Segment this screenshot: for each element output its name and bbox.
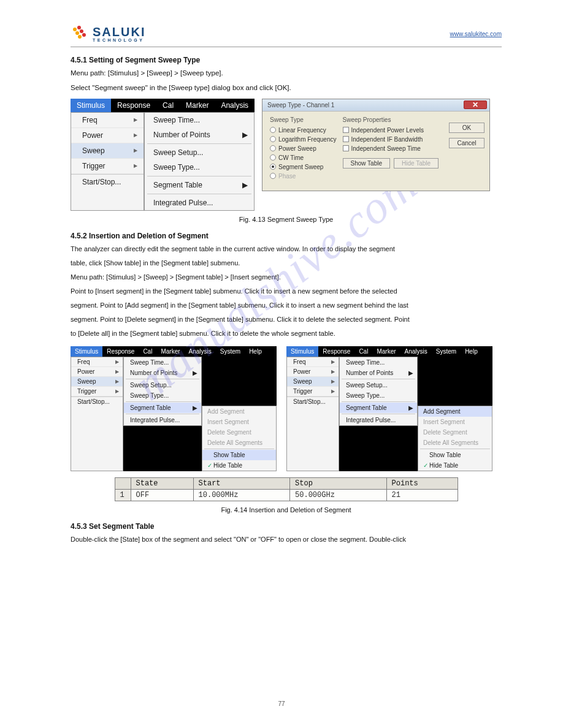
- segment-table-submenu: Add Segment Insert Segment Delete Segmen…: [418, 406, 492, 471]
- menu-item-segmenttable[interactable]: Segment Table▶: [340, 403, 417, 413]
- menu-item-sweeptype[interactable]: Sweep Type...: [145, 160, 254, 175]
- cell-state[interactable]: OFF: [131, 489, 193, 501]
- radio-log[interactable]: Logarithm Frequency: [270, 136, 337, 143]
- menubar-item-help[interactable]: Help: [461, 346, 482, 357]
- menu-item-trigger[interactable]: Trigger▶: [71, 387, 123, 396]
- menubar-item-help[interactable]: Help: [245, 346, 266, 357]
- close-icon[interactable]: ✕: [464, 100, 487, 109]
- s2-line-1: table, click [Show table] in the [Segmen…: [71, 258, 502, 268]
- check-power[interactable]: Independent Power Levels: [343, 127, 439, 134]
- col-start: Start: [193, 477, 290, 489]
- stimulus-dropdown: Freq▶ Power▶ Sweep▶ Trigger▶ Start/Stop.…: [71, 112, 144, 211]
- menu-item-sweepsetup[interactable]: Sweep Setup...: [340, 380, 417, 390]
- menu-item-segmenttable[interactable]: Segment Table▶: [124, 403, 201, 413]
- menu-item-trigger[interactable]: Trigger▶: [71, 159, 144, 174]
- menu-item-power[interactable]: Power▶: [287, 367, 339, 377]
- section-452-title: 4.5.2 Insertion and Deletion of Segment: [71, 232, 502, 240]
- menu-item-trigger[interactable]: Trigger▶: [287, 387, 339, 396]
- menu-item-sweeptime[interactable]: Sweep Time...: [340, 357, 417, 368]
- ok-button[interactable]: OK: [449, 123, 484, 133]
- figure-2-row: Stimulus Response Cal Marker Analysis Sy…: [71, 346, 502, 471]
- chevron-right-icon: ▶: [134, 163, 137, 169]
- menu-item-power[interactable]: Power▶: [71, 128, 144, 143]
- dialog-titlebar: Sweep Type - Channel 1 ✕: [262, 99, 489, 112]
- menu-item-integratedpulse[interactable]: Integrated Pulse...: [340, 415, 417, 425]
- cell-stop[interactable]: 50.000GHz: [290, 489, 387, 501]
- chevron-right-icon: ▶: [115, 389, 119, 394]
- menubar-item-marker[interactable]: Marker: [156, 346, 184, 357]
- menu-item-sweeptime[interactable]: Sweep Time...: [124, 357, 201, 368]
- menu-screenshot-1: Stimulus Response Cal Marker Analysis Sy…: [71, 99, 255, 211]
- sweep-submenu: Sweep Time... Number of Points▶ Sweep Se…: [339, 357, 418, 426]
- menubar-item-stimulus[interactable]: Stimulus: [71, 346, 102, 357]
- menu-item-segmenttable[interactable]: Segment Table▶: [145, 178, 254, 192]
- figure-1-caption: Fig. 4.13 Segment Sweep Type: [71, 216, 502, 223]
- sweep-type-group: Sweep Type Linear Frequency Logarithm Fr…: [270, 116, 337, 182]
- segment-table-submenu: Add Segment Insert Segment Delete Segmen…: [202, 406, 277, 471]
- menu-item-sweepsetup[interactable]: Sweep Setup...: [124, 380, 201, 390]
- sweep-props-label: Sweep Properties: [343, 116, 439, 123]
- menubar-item-marker[interactable]: Marker: [180, 99, 215, 112]
- radio-cw[interactable]: CW Time: [270, 154, 337, 161]
- menubar-item-analysis[interactable]: Analysis: [215, 99, 255, 112]
- menu-item-sweep[interactable]: Sweep▶: [71, 377, 123, 387]
- submenu-showtable[interactable]: Show Table: [418, 450, 492, 460]
- menu-item-startstop[interactable]: Start/Stop...: [71, 174, 144, 189]
- radio-phase: Phase: [270, 173, 337, 180]
- s2-line-4: segment. Point to [Add segment] in the […: [71, 300, 502, 311]
- submenu-add[interactable]: Add Segment: [418, 406, 492, 417]
- chevron-right-icon: ▶: [115, 359, 119, 365]
- submenu-delete: Delete Segment: [418, 427, 492, 438]
- menu-item-freq[interactable]: Freq▶: [71, 113, 144, 128]
- submenu-showtable[interactable]: Show Table: [202, 450, 276, 460]
- table-row[interactable]: 1 OFF 10.000MHz 50.000GHz 21: [115, 489, 458, 501]
- menubar-item-response[interactable]: Response: [102, 346, 139, 357]
- menubar-item-stimulus[interactable]: Stimulus: [71, 99, 111, 112]
- s2-line-0: The analyzer can directly edit the segme…: [71, 244, 502, 254]
- cell-points[interactable]: 21: [386, 489, 458, 501]
- menu-item-power[interactable]: Power▶: [71, 367, 123, 377]
- show-table-button[interactable]: Show Table: [343, 158, 391, 169]
- menu-item-startstop[interactable]: Start/Stop...: [71, 396, 123, 406]
- menu-item-sweep[interactable]: Sweep▶: [71, 143, 144, 159]
- menu-item-sweeptype[interactable]: Sweep Type...: [340, 390, 417, 401]
- menu-item-integratedpulse[interactable]: Integrated Pulse...: [145, 195, 254, 210]
- radio-power[interactable]: Power Sweep: [270, 145, 337, 152]
- s2-line-2: Menu path: [Stimulus] > [Sweep] > [Segme…: [71, 272, 502, 282]
- chevron-right-icon: ▶: [134, 132, 137, 138]
- menu-item-sweeptype[interactable]: Sweep Type...: [124, 390, 201, 401]
- submenu-hidetable[interactable]: ✓Hide Table: [202, 460, 276, 471]
- menu-item-startstop[interactable]: Start/Stop...: [287, 396, 339, 406]
- menu-item-freq[interactable]: Freq▶: [287, 357, 339, 367]
- menubar-item-analysis[interactable]: Analysis: [400, 346, 432, 357]
- menubar-item-cal[interactable]: Cal: [139, 346, 156, 357]
- s2-line-3: Point to [Insert segment] in the [Segmen…: [71, 286, 502, 297]
- menubar-item-stimulus[interactable]: Stimulus: [286, 346, 318, 357]
- menubar-item-system[interactable]: System: [216, 346, 245, 357]
- menu-item-freq[interactable]: Freq▶: [71, 357, 123, 367]
- website-link[interactable]: www.salukitec.com: [450, 31, 502, 37]
- menubar-item-cal[interactable]: Cal: [354, 346, 372, 357]
- menu-item-integratedpulse[interactable]: Integrated Pulse...: [124, 415, 201, 425]
- submenu-hidetable[interactable]: ✓Hide Table: [418, 460, 492, 471]
- menu-item-sweepsetup[interactable]: Sweep Setup...: [145, 145, 254, 160]
- menubar-item-response[interactable]: Response: [318, 346, 354, 357]
- menu-item-sweeptime[interactable]: Sweep Time...: [145, 113, 254, 127]
- menubar-item-analysis[interactable]: Analysis: [185, 346, 216, 357]
- menubar-item-cal[interactable]: Cal: [156, 99, 180, 112]
- menubar-item-response[interactable]: Response: [111, 99, 156, 112]
- menu-item-numpoints[interactable]: Number of Points▶: [145, 127, 254, 142]
- check-time[interactable]: Independent Sweep Time: [343, 145, 439, 152]
- stimulus-dropdown: Freq▶ Power▶ Sweep▶ Trigger▶ Start/Stop.…: [286, 357, 339, 471]
- menubar-item-marker[interactable]: Marker: [372, 346, 400, 357]
- menu-item-sweep[interactable]: Sweep▶: [287, 377, 339, 387]
- cancel-button[interactable]: Cancel: [449, 138, 484, 148]
- radio-segment[interactable]: Segment Sweep: [270, 164, 337, 170]
- cell-start[interactable]: 10.000MHz: [193, 489, 290, 501]
- menubar-item-system[interactable]: System: [432, 346, 461, 357]
- dialog-buttons: OK Cancel: [449, 116, 484, 182]
- menu-item-numpoints[interactable]: Number of Points▶: [124, 368, 201, 378]
- menu-item-numpoints[interactable]: Number of Points▶: [340, 368, 417, 378]
- check-if[interactable]: Independent IF Bandwidth: [343, 136, 439, 143]
- radio-linear[interactable]: Linear Frequency: [270, 127, 337, 134]
